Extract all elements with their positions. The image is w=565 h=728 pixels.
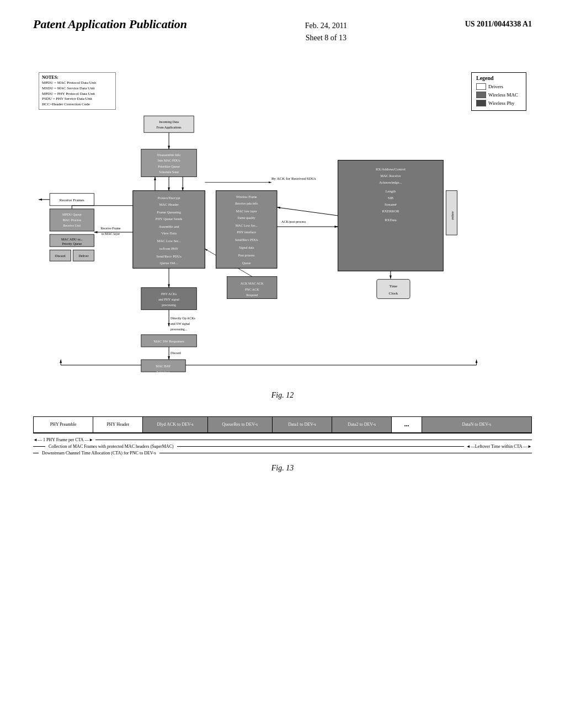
fig13-header-row: PHY Preamble PHY Header Dlyd ACK to DEV-… bbox=[34, 417, 531, 433]
svg-text:SIB: SIB bbox=[388, 196, 394, 200]
fig13-cell-data2: Data2 to DEV-s bbox=[332, 417, 392, 432]
svg-text:ACK/post process: ACK/post process bbox=[281, 220, 306, 223]
patent-number: US 2011/0044338 A1 bbox=[465, 17, 532, 29]
svg-text:Directly Op ACKs: Directly Op ACKs bbox=[170, 317, 195, 320]
fig13-cell-queue-res: QueueRes to DEV-s bbox=[208, 417, 273, 432]
fig13-arrow2-left-line bbox=[33, 446, 45, 447]
fig13-cell-dots: ... bbox=[392, 417, 422, 432]
svg-text:PHY interface: PHY interface bbox=[237, 231, 257, 234]
publication-title: Patent Application Publication bbox=[33, 17, 187, 33]
publication-date: Feb. 24, 2011 bbox=[305, 22, 347, 30]
fig13-arrow2: Collection of MAC Frames with protected … bbox=[33, 444, 532, 449]
svg-text:Queue Del...: Queue Del... bbox=[160, 261, 178, 265]
svg-text:MPDU Queue: MPDU Queue bbox=[62, 213, 82, 216]
svg-text:Receive Frames: Receive Frames bbox=[60, 198, 84, 202]
svg-text:Time: Time bbox=[390, 284, 398, 288]
page-header: Patent Application Publication Feb. 24, … bbox=[0, 0, 565, 50]
svg-text:Discard: Discard bbox=[55, 254, 66, 258]
svg-text:Clock: Clock bbox=[389, 291, 398, 295]
svg-text:Send/Recv PDUs: Send/Recv PDUs bbox=[235, 238, 259, 242]
svg-rect-70 bbox=[377, 279, 410, 298]
fig13-cell-preamble: PHY Preamble bbox=[34, 417, 93, 432]
sheet-info: Sheet 8 of 13 bbox=[306, 34, 347, 42]
svg-text:Frame Queueing: Frame Queueing bbox=[157, 210, 181, 214]
svg-text:MAC Receive: MAC Receive bbox=[380, 173, 401, 177]
svg-text:PHY ACKs: PHY ACKs bbox=[161, 292, 177, 295]
svg-text:Wireless Frame: Wireless Frame bbox=[236, 195, 257, 199]
fig13-dots-label: ... bbox=[404, 420, 409, 429]
fig13-arrow3-left-line bbox=[33, 453, 39, 453]
svg-text:MAC BAY: MAC BAY bbox=[156, 365, 171, 368]
fig13-arrow2-right-label: ◄—Leftover Time within CTA —► bbox=[466, 444, 532, 449]
svg-text:Deliver: Deliver bbox=[78, 254, 88, 258]
svg-text:Incoming Data: Incoming Data bbox=[159, 120, 179, 124]
svg-text:and PHY signal: and PHY signal bbox=[158, 297, 179, 301]
fig12-container: NOTES: MPDU = MAC Protocol Data Unit MSD… bbox=[33, 67, 532, 387]
svg-text:Schedule Send: Schedule Send bbox=[159, 170, 179, 173]
fig13-cell-data1: Data1 to DEV-s bbox=[273, 417, 332, 432]
svg-text:Signal data: Signal data bbox=[239, 246, 254, 249]
svg-text:...: ... bbox=[250, 298, 253, 302]
fig13-arrow1: ◄— 1 PHY Frame per CTA —► bbox=[33, 437, 532, 442]
svg-text:MAC low layer: MAC low layer bbox=[236, 210, 257, 213]
fig13-arrows: ◄— 1 PHY Frame per CTA —► Collection of … bbox=[33, 433, 532, 459]
svg-text:Respond: Respond bbox=[246, 293, 258, 296]
content-area: NOTES: MPDU = MAC Protocol Data Unit MSD… bbox=[0, 50, 565, 478]
fig13-queue-res-label: QueueRes to DEV-s bbox=[222, 422, 258, 427]
svg-text:MAC Header: MAC Header bbox=[159, 202, 179, 206]
fig13-dlyd-ack-label: Dlyd ACK to DEV-s bbox=[157, 422, 193, 427]
svg-rect-18 bbox=[144, 116, 194, 132]
fig13-label: Fig. 13 bbox=[33, 464, 532, 473]
svg-text:Discard: Discard bbox=[170, 351, 181, 355]
svg-text:Receive Frame: Receive Frame bbox=[100, 227, 121, 230]
svg-text:Send/Recv PDUs: Send/Recv PDUs bbox=[156, 254, 182, 258]
svg-text:MAC SW Responses: MAC SW Responses bbox=[153, 339, 184, 343]
svg-text:Disassemble Info: Disassemble Info bbox=[157, 153, 180, 157]
svg-text:to MAC layer: to MAC layer bbox=[102, 232, 120, 235]
fig13-arrow3-right-line bbox=[159, 453, 532, 453]
svg-text:MAC ADU or...: MAC ADU or... bbox=[61, 238, 83, 241]
svg-text:Prioritize Queue: Prioritize Queue bbox=[158, 164, 180, 168]
svg-text:processing...: processing... bbox=[170, 328, 188, 331]
svg-text:Redundancy: Redundancy bbox=[157, 371, 171, 373]
svg-text:MAC Low Ser...: MAC Low Ser... bbox=[157, 239, 181, 243]
svg-text:to/from PHY: to/from PHY bbox=[159, 247, 179, 250]
svg-text:Protect/Encrypt: Protect/Encrypt bbox=[158, 196, 180, 200]
fig13-arrow3-label: Downstream Channel Time Allocation (CTA)… bbox=[42, 451, 156, 456]
fig13-preamble-label: PHY Preamble bbox=[50, 422, 77, 427]
fig13-arrow1-label: ◄— 1 PHY Frame per CTA —► bbox=[33, 437, 93, 442]
svg-text:From Applications: From Applications bbox=[157, 126, 182, 129]
fig13-container: PHY Preamble PHY Header Dlyd ACK to DEV-… bbox=[33, 416, 532, 459]
svg-text:Acknowledge...: Acknowledge... bbox=[379, 180, 402, 184]
fig13-table: PHY Preamble PHY Header Dlyd ACK to DEV-… bbox=[33, 416, 532, 433]
fig12-diagram: Receive Frames MPDU Queue MAC Process Re… bbox=[33, 67, 532, 387]
svg-text:and SW signal: and SW signal bbox=[170, 322, 190, 325]
fig13-arrow3: Downstream Channel Time Allocation (CTA)… bbox=[33, 451, 532, 456]
svg-text:MAC Process: MAC Process bbox=[63, 218, 82, 222]
svg-text:Priority Queue: Priority Queue bbox=[62, 242, 82, 245]
fig13-cell-datan: DataN to DEV-s bbox=[422, 417, 531, 432]
header-center: Feb. 24, 2011 Sheet 8 of 13 bbox=[305, 17, 347, 45]
svg-text:Receive pdu info: Receive pdu info bbox=[235, 202, 258, 205]
fig13-cell-dlyd-ack: Dlyd ACK to DEV-s bbox=[143, 417, 207, 432]
fig12-label: Fig. 12 bbox=[33, 391, 532, 400]
svg-text:MAC Low Ser...: MAC Low Ser... bbox=[236, 224, 258, 227]
svg-text:Queue: Queue bbox=[242, 261, 251, 265]
fig13-arrow2-label: Collection of MAC Frames with protected … bbox=[49, 444, 174, 449]
svg-text:processing: processing bbox=[162, 303, 176, 306]
svg-text:RXERROR: RXERROR bbox=[382, 209, 399, 213]
svg-text:Length: Length bbox=[386, 189, 396, 193]
fig13-data1-label: Data1 to DEV-s bbox=[288, 422, 316, 427]
svg-text:Into MAC PDUs: Into MAC PDUs bbox=[158, 159, 180, 162]
svg-text:Post process: Post process bbox=[238, 254, 255, 257]
svg-text:Receive Unit: Receive Unit bbox=[63, 224, 81, 227]
svg-text:ACK MAC ACK: ACK MAC ACK bbox=[241, 282, 264, 285]
svg-text:By ACK for Received SDUs: By ACK for Received SDUs bbox=[271, 176, 316, 180]
svg-text:RXData: RXData bbox=[385, 218, 396, 222]
fig13-cell-header: PHY Header bbox=[93, 417, 143, 432]
fig13-header-label: PHY Header bbox=[106, 422, 129, 427]
svg-text:PHY Queue Sends: PHY Queue Sends bbox=[156, 217, 183, 221]
svg-text:Stream#: Stream# bbox=[385, 202, 397, 206]
svg-text:frame quality: frame quality bbox=[238, 216, 255, 220]
svg-text:output: output bbox=[451, 211, 455, 220]
